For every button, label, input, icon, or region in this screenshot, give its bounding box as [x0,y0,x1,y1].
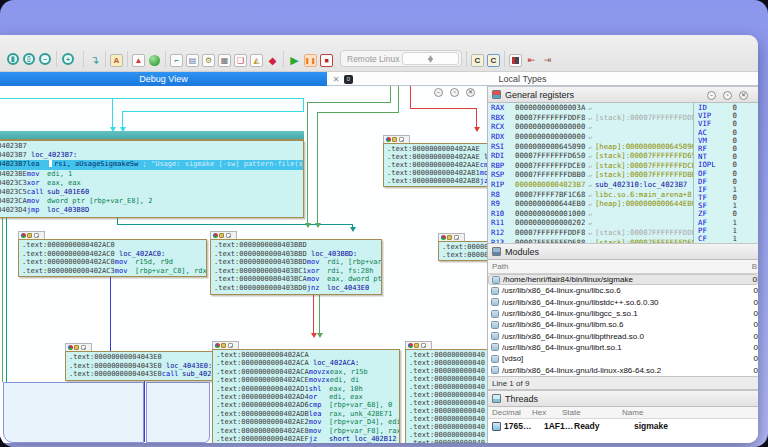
disasm-line[interactable]: .text:00000000004023C5 callsub_401E60 [0,188,303,197]
disasm-line[interactable]: .text:000000000040 [409,351,488,359]
threads-header-hex[interactable]: Hex [528,408,558,417]
node-frame-icon[interactable] [399,137,404,142]
module-row[interactable]: /usr/lib/x86_64-linux-gnu/libm.so.60 [488,319,758,330]
pane-close-icon[interactable]: ✕ [466,88,475,97]
threads-header-decimal[interactable]: Decimal [488,408,528,417]
pause-button[interactable]: ❚❚ [304,54,317,67]
add-icon[interactable]: + [62,53,74,65]
graph-node[interactable]: .text:0000000.text:0000000 [438,233,488,261]
threads-header[interactable]: Decimal Hex State Name [488,407,758,419]
flag-row[interactable]: TF0 [694,193,741,201]
disasm-line[interactable]: .text:0000000 [442,243,488,251]
disasm-line[interactable]: .text:0000000000402AAE cmp [387,161,488,169]
disasm-line[interactable]: .text:000000000040 [409,439,488,443]
flag-row[interactable]: IOPL0 [694,160,741,168]
disasm-line[interactable]: .text:00000000004023B7 learsi, aUsageSig… [0,160,303,169]
remove-icon[interactable]: − [39,53,51,65]
flag-row[interactable]: DF0 [694,177,741,185]
node-group-icon[interactable] [219,233,224,238]
disasm-line[interactable]: .text:00000000004043E0 callsub_402100 [69,370,222,379]
disasm-line[interactable]: .text:0000000000402AC0 movr15d, r9d [22,258,206,267]
node-frame-icon[interactable] [421,343,426,348]
module-row[interactable]: /usr/lib/x86_64-linux-gnu/ld-linux-x86-6… [488,364,758,375]
disasm-line[interactable]: .text:0000000000403BBD loc_403BBD: [214,250,381,259]
node-color-icon[interactable] [68,345,73,350]
graph-node[interactable]: .text:000000000040.text:000000000040.tex… [405,341,488,443]
disasm-line[interactable]: .text:00000000004043E0 [69,353,222,362]
debug-view-graph[interactable]: − ▫ ✕ .text:00000000004023B7.text:000000… [0,86,488,443]
watch-box-icon[interactable]: ❑ [234,54,247,67]
node-color-icon[interactable] [386,137,391,142]
step-arrow-icon[interactable]: ↴ [88,54,101,67]
flag-row[interactable]: OF0 [694,169,741,177]
disasm-line[interactable]: .text:0000000000403BBD movrdi, [rbp+var_… [214,258,381,267]
disasm-line[interactable]: .text:0000000000402ACA movzxeax, r15b [216,368,399,376]
disasm-line[interactable]: .text:0000000000402AAE loc_402AAE: [387,153,488,161]
flag-row[interactable]: NT0 [694,152,741,160]
compile-c-icon[interactable]: C [471,54,484,67]
node-frame-icon[interactable] [228,343,233,348]
node-color-icon[interactable] [215,343,220,348]
jump-prev-icon[interactable]: ▮ [7,53,19,65]
graph-node-offscreen-right[interactable] [146,382,210,443]
flag-row[interactable]: RF0 [694,144,741,152]
disasm-line[interactable]: .text:0000000000402AC3 mov[rbp+var_C8], … [22,267,206,276]
flag-row[interactable]: PF1 [694,226,741,234]
struct-add-icon[interactable] [509,54,522,67]
disasm-line[interactable]: .text:0000000000402ADB learax, unk_428E7… [216,410,399,418]
pane-close-icon[interactable]: ✕ [739,91,748,100]
flag-row[interactable]: ID0 [694,103,741,111]
disasm-line[interactable]: .text:0000000000402AEF jzshort loc_402B1… [216,435,399,443]
node-group-icon[interactable] [27,233,32,238]
modules-path-header[interactable]: Path [488,262,508,271]
disasm-line[interactable]: .text:000000000040 [409,375,488,383]
disasm-line[interactable]: .text:0000000000402ACE movzxedi, di [216,376,399,384]
tab-debug-view[interactable]: Debug View [0,72,327,86]
modules-base-header[interactable]: B [752,262,758,271]
disasm-line[interactable]: .text:00000000004023B7 loc_4023B7: [0,151,303,160]
disasm-line[interactable]: .text:0000000000402AE2 mov[rbp+var_D4], … [216,418,399,426]
pane-minimize-icon[interactable]: − [707,91,716,100]
breakpoint-list-icon[interactable]: ⌐ [170,54,183,67]
module-row[interactable]: /usr/lib/x86_64-linux-gnu/libc.so.60 [488,285,758,296]
disasm-line[interactable]: .text:000000000040 [409,383,488,391]
disasm-line[interactable]: .text:0000000000403BBD [214,241,381,250]
flag-row[interactable]: AF1 [694,218,741,226]
node-group-icon[interactable] [221,343,226,348]
tab-list-icon[interactable]: 0 [344,75,353,84]
disasm-line[interactable]: .text:0000000000403BC1 xorrdi, fs:28h [214,267,381,276]
pane-float-icon[interactable]: ▫ [723,91,732,100]
disasm-line[interactable]: .text:000000000040 [409,431,488,439]
run-indicator-icon[interactable] [148,54,161,67]
text-format-icon[interactable]: A [110,54,123,67]
tab-local-types[interactable]: Local Types [430,72,615,86]
graph-node[interactable]: .text:0000000000403BBD.text:000000000040… [210,231,382,295]
disasm-line[interactable]: .text:0000000000402AE8 mov[rbp+var_F8], … [216,427,399,435]
jump-next-icon[interactable]: ▯ [23,53,35,65]
module-row[interactable]: [vdso]0 [488,353,758,364]
disasm-line[interactable]: .text:0000000 [442,251,488,259]
disasm-line[interactable]: .text:0000000000402AD4 oredi, eax [216,393,399,401]
node-frame-icon[interactable] [81,345,86,350]
disasm-line[interactable]: .text:0000000000402ACA [216,351,399,359]
node-color-icon[interactable] [21,233,26,238]
struct-expand-icon[interactable]: ⇤ [525,54,538,67]
module-row[interactable]: /usr/lib/x86_64-linux-gnu/libpthread.so.… [488,330,758,341]
disasm-line[interactable]: .text:00000000004023CA movdword ptr [rbp… [0,197,303,206]
graph-node[interactable]: .text:0000000000402AAE.text:000000000040… [383,135,488,187]
gear-icon[interactable]: ⚙ [202,54,215,67]
disasm-line[interactable]: .text:0000000000402AC0 loc_402AC0: [22,250,206,259]
flag-row[interactable]: ZF0 [694,209,741,217]
node-frame-icon[interactable] [454,235,459,240]
disasm-line[interactable]: .text:00000000004023D4 jmploc_403B8D [0,206,303,215]
disasm-line[interactable]: .text:0000000000402AB8 jz [387,177,488,185]
node-color-icon[interactable] [408,343,413,348]
disasm-line[interactable]: .text:000000000040 [409,399,488,407]
graph-node[interactable]: .text:00000000004043E0.text:000000000040… [65,343,223,381]
disasm-line[interactable]: .text:0000000000402AC0 [22,241,206,250]
disasm-line[interactable]: .text:000000000040 [409,415,488,423]
threads-header-state[interactable]: State [558,408,618,417]
flag-row[interactable]: VIP0 [694,111,741,119]
break-diamond-icon[interactable]: ◆ [266,54,279,67]
disasm-line[interactable]: .text:00000000004023B7 [0,142,303,151]
